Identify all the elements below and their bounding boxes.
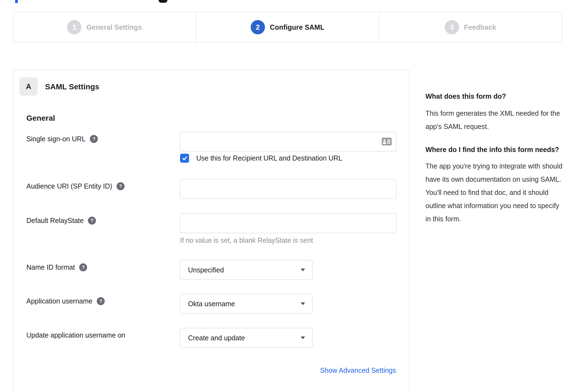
help-answer-1: This form generates the XML needed for t…: [425, 107, 566, 133]
help-icon[interactable]: ?: [90, 135, 98, 143]
step-label: Configure SAML: [270, 23, 325, 31]
general-section-title: General: [26, 114, 55, 123]
audience-uri-label: Audience URI (SP Entity ID): [26, 182, 112, 190]
configure-saml-page: 1 General Settings 2 Configure SAML 3 Fe…: [0, 0, 575, 392]
recipient-url-checkbox[interactable]: [180, 154, 189, 163]
audience-uri-input[interactable]: [180, 179, 397, 199]
saml-settings-panel: A SAML Settings General Single sign-on U…: [13, 70, 410, 392]
help-icon[interactable]: ?: [79, 263, 87, 271]
relay-state-label-row: Default RelayState ?: [26, 217, 96, 225]
relay-state-label: Default RelayState: [26, 217, 84, 225]
checkmark-icon: [182, 155, 188, 161]
step-general-settings[interactable]: 1 General Settings: [13, 12, 196, 42]
sso-url-label: Single sign-on URL: [26, 135, 85, 143]
sso-url-label-row: Single sign-on URL ?: [26, 135, 98, 143]
help-answer-2: The app you're trying to integrate with …: [425, 159, 566, 225]
dropdown-caret-icon: [301, 336, 305, 339]
help-sidebar: What does this form do? This form genera…: [425, 91, 566, 236]
update-username-label-row: Update application username on: [26, 331, 125, 339]
update-username-select[interactable]: Create and update: [180, 328, 313, 348]
relay-state-helper-text: If no value is set, a blank RelayState i…: [180, 236, 313, 244]
contact-card-icon[interactable]: [382, 138, 392, 147]
step-feedback[interactable]: 3 Feedback: [379, 12, 562, 42]
clipped-title-fragment: [15, 0, 18, 3]
help-icon[interactable]: ?: [97, 297, 105, 305]
dropdown-caret-icon: [301, 302, 305, 305]
section-a-badge: A: [20, 78, 38, 96]
name-id-format-value: Unspecified: [188, 266, 224, 274]
dropdown-caret-icon: [301, 269, 305, 271]
recipient-url-checkbox-row: Use this for Recipient URL and Destinati…: [180, 154, 342, 163]
wizard-stepper: 1 General Settings 2 Configure SAML 3 Fe…: [13, 12, 562, 43]
app-username-select[interactable]: Okta username: [180, 294, 313, 314]
clipped-icon-fragment: [159, 0, 167, 3]
app-username-label-row: Application username ?: [26, 297, 105, 305]
sso-url-field-wrap: [180, 132, 397, 151]
help-question-2: Where do I find the info this form needs…: [425, 144, 566, 155]
step-number-badge: 2: [251, 20, 265, 34]
audience-uri-label-row: Audience URI (SP Entity ID) ?: [26, 182, 125, 190]
name-id-format-select[interactable]: Unspecified: [180, 260, 313, 280]
update-username-label: Update application username on: [26, 331, 125, 339]
step-number-badge: 3: [445, 20, 459, 34]
app-username-value: Okta username: [188, 300, 235, 308]
help-icon[interactable]: ?: [117, 182, 125, 190]
help-question-1: What does this form do?: [425, 91, 566, 102]
sso-url-input[interactable]: [180, 132, 397, 151]
step-label: Feedback: [464, 23, 496, 31]
update-username-value: Create and update: [188, 334, 245, 342]
name-id-format-label: Name ID format: [26, 263, 75, 271]
step-label: General Settings: [86, 23, 142, 31]
panel-title: SAML Settings: [45, 82, 99, 91]
app-username-label: Application username: [26, 297, 92, 305]
relay-state-input[interactable]: [180, 213, 397, 233]
help-icon[interactable]: ?: [88, 217, 96, 225]
show-advanced-settings-link[interactable]: Show Advanced Settings: [320, 366, 396, 374]
step-number-badge: 1: [67, 20, 81, 34]
step-configure-saml[interactable]: 2 Configure SAML: [196, 12, 379, 42]
name-id-format-label-row: Name ID format ?: [26, 263, 87, 271]
recipient-url-checkbox-label: Use this for Recipient URL and Destinati…: [196, 154, 342, 162]
